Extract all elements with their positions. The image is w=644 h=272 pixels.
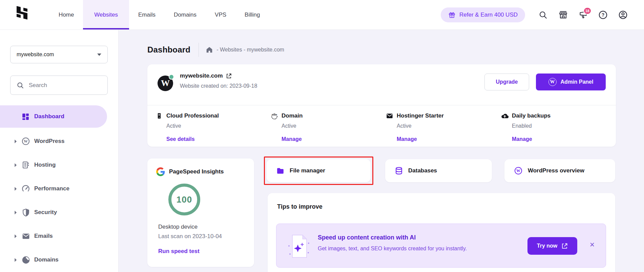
nav-tab-websites[interactable]: Websites: [83, 0, 129, 29]
google-g-icon: [156, 167, 165, 176]
try-now-button[interactable]: Try now: [527, 237, 577, 255]
service-status: Enabled: [512, 123, 616, 129]
nav-tab-vps[interactable]: VPS: [206, 0, 235, 29]
sidebar-item-label: Dashboard: [34, 113, 64, 120]
breadcrumb: - Websites - mywebsite.com: [216, 47, 284, 53]
refer-earn-label: Refer & Earn 400 USD: [459, 12, 518, 18]
database-icon: [395, 167, 403, 175]
databases-card[interactable]: Databases: [385, 159, 492, 182]
website-card-header: W mywebsite.com Website created on: 2023…: [147, 64, 616, 105]
www-globe-icon: www: [270, 112, 278, 120]
tips-card: Tips to improve Speed up content creatio…: [268, 193, 615, 272]
see-details-link[interactable]: See details: [166, 136, 195, 142]
sidebar-item-performance[interactable]: Performance: [0, 177, 118, 201]
service-status: Active: [282, 123, 386, 129]
run-speed-test-link[interactable]: Run speed test: [158, 248, 200, 255]
ai-banner-description: Get images, text, and SEO keywords creat…: [318, 246, 467, 252]
service-hostinger-starter: Hostinger Starter Active Manage: [386, 112, 501, 142]
main-content: Dashboard - Websites - mywebsite.com W m…: [119, 30, 644, 272]
sidebar-item-dashboard[interactable]: Dashboard: [0, 105, 107, 128]
domains-icon: [21, 255, 30, 264]
search-placeholder: Search: [29, 82, 47, 89]
search-button[interactable]: [538, 10, 548, 20]
home-icon: [206, 46, 213, 54]
sidebar-item-emails[interactable]: Emails: [0, 224, 118, 248]
file-manager-card[interactable]: File manager: [267, 159, 371, 182]
service-status: Active: [397, 123, 501, 129]
search-icon: [539, 11, 547, 19]
nav-tab-billing[interactable]: Billing: [235, 0, 269, 29]
help-button[interactable]: ?: [598, 10, 608, 20]
admin-panel-button[interactable]: W Admin Panel: [536, 74, 606, 90]
wordpress-avatar-letter: W: [161, 78, 170, 88]
store-button[interactable]: [558, 10, 568, 20]
cloud-backup-icon: [501, 112, 509, 120]
chevron-down-icon: [97, 54, 101, 56]
website-actions: Upgrade W Admin Panel: [484, 74, 606, 90]
svg-text:?: ?: [602, 12, 605, 18]
chevron-right-icon: [14, 258, 17, 262]
website-created-date: Website created on: 2023-09-18: [180, 83, 257, 89]
manage-backups-link[interactable]: Manage: [512, 136, 532, 142]
topbar-actions: Refer & Earn 400 USD 18 ?: [441, 7, 628, 22]
sidebar-item-security[interactable]: Security: [0, 201, 118, 224]
service-domain: www Domain Active Manage: [270, 112, 386, 142]
upgrade-button[interactable]: Upgrade: [484, 74, 529, 90]
nav-tab-domains[interactable]: Domains: [165, 0, 206, 29]
hostinger-logo-icon: [14, 6, 30, 24]
page-title: Dashboard: [147, 45, 190, 55]
sidebar-item-hosting[interactable]: Hosting: [0, 153, 118, 177]
help-icon: ?: [598, 10, 608, 20]
pagespeed-device: Desktop device: [158, 224, 254, 230]
ai-document-icon: [286, 233, 312, 259]
svg-text:www: www: [271, 113, 277, 116]
refer-earn-button[interactable]: Refer & Earn 400 USD: [441, 7, 525, 22]
account-icon: [618, 10, 628, 20]
nav-tab-home[interactable]: Home: [49, 0, 83, 29]
ai-banner-text: Speed up content creation with AI Get im…: [318, 234, 467, 252]
hostinger-logo[interactable]: [14, 6, 30, 24]
status-online-dot: [169, 74, 174, 80]
envelope-icon: [386, 112, 394, 120]
search-icon: [17, 82, 24, 89]
sidebar-item-wordpress[interactable]: W WordPress: [0, 129, 118, 153]
pagespeed-last-scan: Last scan on 2023-10-04: [158, 233, 254, 240]
notifications-button[interactable]: 18: [578, 10, 588, 20]
header-divider: [199, 43, 199, 57]
hosting-icon: [21, 161, 30, 169]
account-button[interactable]: [618, 10, 628, 20]
wordpress-overview-card[interactable]: W WordPress overview: [504, 159, 615, 182]
notification-badge: 18: [583, 7, 591, 15]
manage-domain-link[interactable]: Manage: [282, 136, 302, 142]
emails-icon: [21, 232, 30, 240]
close-icon[interactable]: ✕: [589, 242, 595, 248]
main-nav: Home Websites Emails Domains VPS Billing: [49, 0, 269, 29]
pagespeed-score: 100: [176, 194, 192, 205]
website-card: W mywebsite.com Website created on: 2023…: [147, 64, 616, 147]
chevron-right-icon: [14, 187, 17, 191]
nav-tab-emails[interactable]: Emails: [129, 0, 165, 29]
sidebar-menu: W WordPress Hosting Performance Security: [0, 129, 118, 272]
website-info: mywebsite.com Website created on: 2023-0…: [180, 72, 257, 89]
chevron-right-icon: [14, 163, 17, 167]
security-icon: [21, 208, 30, 217]
wordpress-overview-label: WordPress overview: [528, 167, 584, 174]
site-selector-dropdown[interactable]: mywebsite.com: [10, 46, 108, 63]
svg-text:W: W: [24, 139, 28, 144]
sidebar-item-domains[interactable]: Domains: [0, 248, 118, 272]
dashboard-grid-icon: [21, 112, 30, 121]
chevron-right-icon: [14, 139, 17, 144]
manage-email-link[interactable]: Manage: [397, 136, 417, 142]
services-row: Cloud Professional Active See details ww…: [147, 105, 616, 142]
admin-panel-label: Admin Panel: [561, 79, 594, 85]
sidebar-search-input[interactable]: Search: [10, 76, 108, 95]
external-link-icon[interactable]: [226, 73, 232, 79]
topbar: Home Websites Emails Domains VPS Billing…: [0, 0, 644, 30]
external-link-icon: [561, 243, 568, 249]
svg-text:W: W: [516, 168, 520, 173]
wordpress-avatar: W: [158, 76, 173, 91]
wordpress-purple-icon: W: [514, 166, 523, 175]
databases-label: Databases: [408, 167, 437, 174]
gift-icon: [448, 11, 456, 19]
sidebar: mywebsite.com Search Dashboard W WordPre…: [0, 30, 119, 272]
